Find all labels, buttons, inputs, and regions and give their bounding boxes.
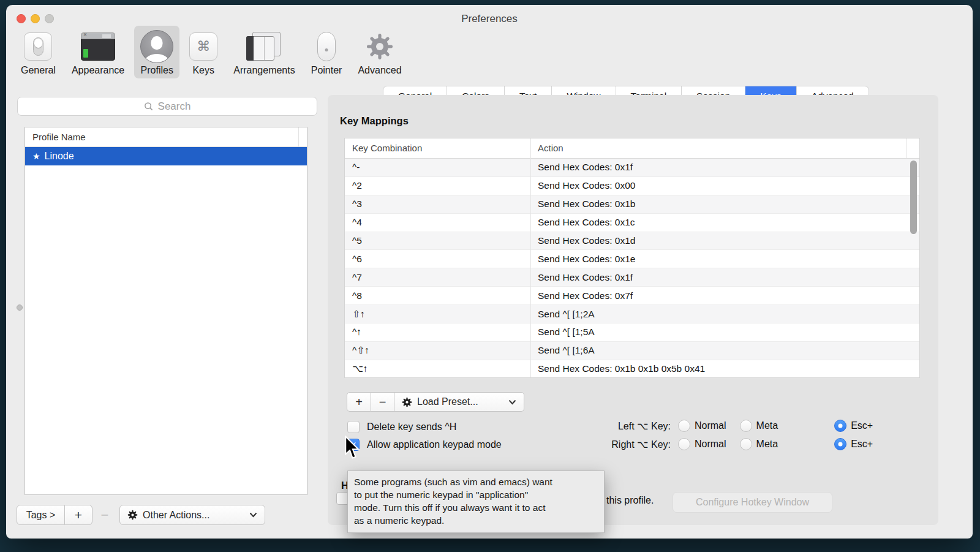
add-profile-button[interactable]: + — [65, 505, 92, 525]
preferences-window: Preferences General Appearance Profiles … — [6, 5, 973, 539]
table-row[interactable]: ^8Send Hex Codes: 0x7f — [345, 287, 919, 305]
checkbox-label: Allow application keypad mode — [367, 439, 502, 450]
radio-right-normal[interactable]: Normal — [678, 438, 726, 450]
mouse-cursor — [344, 436, 360, 463]
default-profile-star-icon: ★ — [32, 151, 40, 161]
table-row[interactable]: ⇧↑Send ^[ [1;2A — [345, 305, 919, 323]
radio-left-normal[interactable]: Normal — [678, 420, 726, 432]
hotkey-text-fragment: this profile. — [606, 495, 654, 506]
preferences-toolbar: General Appearance Profiles ⌘ Keys Arran… — [11, 26, 408, 82]
toolbar-item-label: Profiles — [141, 65, 173, 76]
radio-icon — [740, 438, 752, 450]
gear-icon — [365, 32, 394, 61]
arrangements-windows-icon — [246, 32, 282, 61]
gear-icon — [402, 397, 412, 407]
search-icon — [144, 102, 153, 111]
delete-key-sends-checkbox[interactable] — [347, 421, 360, 433]
toolbar-item-label: Pointer — [311, 65, 342, 76]
general-toggle-icon — [24, 32, 52, 61]
remove-profile-button: − — [92, 505, 117, 525]
toolbar-item-profiles[interactable]: Profiles — [134, 26, 179, 78]
table-row[interactable]: ^2Send Hex Codes: 0x00 — [345, 177, 919, 195]
table-header: Key Combination Action — [345, 138, 919, 159]
radio-icon — [678, 420, 690, 432]
toolbar-item-appearance[interactable]: Appearance — [66, 26, 130, 78]
search-input[interactable]: Search — [17, 97, 317, 116]
radio-right-esc[interactable]: Esc+ — [834, 438, 873, 450]
radio-icon — [678, 438, 690, 450]
checkbox-label: Delete key sends ^H — [367, 422, 456, 433]
table-row[interactable]: ^3Send Hex Codes: 0x1b — [345, 195, 919, 214]
radio-selected-icon — [834, 438, 846, 450]
application-keypad-checkbox-row: ✓ Allow application keypad mode — [347, 439, 502, 451]
toolbar-item-label: Keys — [192, 65, 214, 76]
toolbar-item-label: General — [21, 65, 56, 76]
chevron-down-icon — [249, 512, 257, 518]
search-placeholder: Search — [158, 100, 191, 113]
column-separator — [530, 138, 531, 377]
table-row[interactable]: ⌥↑Send Hex Codes: 0x1b 0x1b 0x5b 0x41 — [345, 360, 919, 378]
load-preset-dropdown[interactable]: Load Preset... — [394, 392, 524, 412]
column-separator — [907, 138, 907, 158]
profile-list-header[interactable]: Profile Name — [25, 127, 307, 147]
table-row[interactable]: ^5Send Hex Codes: 0x1d — [345, 232, 919, 251]
table-row[interactable]: ^-Send Hex Codes: 0x1f — [345, 159, 919, 177]
profiles-person-icon — [140, 30, 173, 63]
titlebar[interactable]: Preferences — [6, 5, 973, 28]
table-row[interactable]: ^↑Send ^[ [1;5A — [345, 323, 919, 342]
gear-icon — [127, 510, 138, 520]
appearance-window-icon — [81, 32, 115, 61]
column-header-key-combination[interactable]: Key Combination — [345, 138, 530, 158]
chevron-down-icon — [508, 399, 516, 405]
window-title: Preferences — [6, 13, 973, 25]
keypad-mode-tooltip: Some programs (such as vim and emacs) wa… — [347, 471, 605, 533]
toolbar-item-general[interactable]: General — [15, 26, 62, 78]
profile-list: Profile Name ★ Linode — [24, 127, 307, 495]
profile-name: Linode — [45, 151, 74, 162]
toolbar-item-keys[interactable]: ⌘ Keys — [183, 26, 224, 78]
radio-right-meta[interactable]: Meta — [740, 438, 778, 450]
table-row[interactable]: ^7Send Hex Codes: 0x1f — [345, 268, 919, 287]
remove-key-mapping-button[interactable]: − — [371, 392, 394, 412]
mouse-icon — [317, 32, 336, 61]
toolbar-item-advanced[interactable]: Advanced — [352, 26, 407, 78]
command-key-icon: ⌘ — [189, 32, 217, 61]
column-header-action[interactable]: Action — [530, 138, 564, 158]
key-mapping-controls: + − Load Preset... — [347, 392, 524, 412]
scrollbar-thumb[interactable] — [910, 161, 917, 234]
configure-hotkey-window-button: Configure Hotkey Window — [673, 492, 832, 513]
toolbar-item-label: Arrangements — [233, 65, 295, 76]
column-separator — [298, 127, 299, 146]
radio-left-esc[interactable]: Esc+ — [834, 420, 873, 432]
table-row[interactable]: ^6Send Hex Codes: 0x1e — [345, 250, 919, 268]
radio-left-meta[interactable]: Meta — [740, 420, 778, 432]
toolbar-item-arrangements[interactable]: Arrangements — [227, 26, 301, 78]
left-option-key-row: Left ⌥ Key: Normal Meta Esc+ — [579, 420, 886, 432]
left-option-key-label: Left ⌥ Key: — [579, 420, 671, 432]
radio-selected-icon — [834, 420, 846, 432]
key-mappings-table: Key Combination Action ^-Send Hex Codes:… — [344, 138, 920, 378]
section-title: Key Mappings — [340, 115, 409, 127]
right-option-key-label: Right ⌥ Key: — [579, 439, 671, 450]
table-row[interactable]: ^⇧↑Send ^[ [1;6A — [345, 342, 919, 360]
toolbar-item-pointer[interactable]: Pointer — [305, 26, 349, 78]
profile-list-controls: Tags > + − Other Actions... — [17, 505, 265, 525]
radio-icon — [740, 420, 752, 432]
add-key-mapping-button[interactable]: + — [347, 392, 371, 412]
toolbar-item-label: Appearance — [72, 65, 124, 76]
toolbar-item-label: Advanced — [358, 65, 401, 76]
tags-button[interactable]: Tags > — [17, 505, 65, 525]
table-row[interactable]: ^4Send Hex Codes: 0x1c — [345, 214, 919, 232]
profile-row-linode[interactable]: ★ Linode — [25, 147, 307, 165]
right-option-key-row: Right ⌥ Key: Normal Meta Esc+ — [579, 438, 886, 450]
other-actions-dropdown[interactable]: Other Actions... — [119, 505, 265, 525]
keys-tab-panel: Key Mappings Key Combination Action ^-Se… — [328, 95, 938, 525]
window-edge-dot — [17, 304, 23, 311]
delete-key-sends-checkbox-row: Delete key sends ^H — [347, 421, 456, 433]
